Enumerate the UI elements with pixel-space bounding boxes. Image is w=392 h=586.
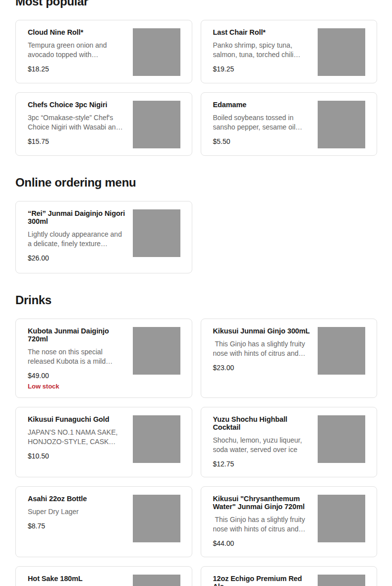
item-name: Asahi 22oz Bottle <box>28 495 125 503</box>
item-image-placeholder <box>318 327 365 375</box>
menu-item-text: Kikusui "Chrysanthemum Water" Junmai Gin… <box>213 495 311 548</box>
item-image-placeholder <box>133 209 180 257</box>
item-price: $49.00 <box>28 372 125 380</box>
section-items-grid: “Rei” Junmai Daiginjo Nigori 300ml Light… <box>15 201 377 273</box>
item-name: Cloud Nine Roll* <box>28 28 125 36</box>
menu-item-text: Kikusui Junmai Ginjo 300mL This Ginjo ha… <box>213 327 311 372</box>
menu-section: Drinks Kubota Junmai Daiginjo 720ml The … <box>15 293 377 586</box>
menu-item-card[interactable]: Cloud Nine Roll* Tempura green onion and… <box>15 20 192 83</box>
item-description: Lightly cloudy appearance and a delicate… <box>28 230 125 249</box>
menu-item-card[interactable]: Kikusui "Chrysanthemum Water" Junmai Gin… <box>201 486 378 557</box>
item-description: JAPAN'S NO.1 NAMA SAKE, HONJOZO-STYLE, C… <box>28 428 125 447</box>
section-title: Drinks <box>15 293 377 307</box>
item-image-placeholder <box>133 101 180 148</box>
item-price: $44.00 <box>213 539 311 548</box>
menu-item-text: “Rei” Junmai Daiginjo Nigori 300ml Light… <box>28 209 125 262</box>
menu-item-card[interactable]: 12oz Echigo Premium Red Ale <box>201 566 378 586</box>
menu-item-card[interactable]: Yuzu Shochu Highball Cocktail Shochu, le… <box>201 407 378 477</box>
item-description: Boiled soybeans tossed in sansho pepper,… <box>213 113 311 132</box>
item-image-placeholder <box>133 327 180 375</box>
menu-section: Most popular Cloud Nine Roll* Tempura gr… <box>15 0 377 156</box>
item-name: Yuzu Shochu Highball Cocktail <box>213 415 311 431</box>
item-name: Chefs Choice 3pc Nigiri <box>28 101 125 109</box>
item-description: Super Dry Lager <box>28 507 125 517</box>
menu-item-card[interactable]: “Rei” Junmai Daiginjo Nigori 300ml Light… <box>15 201 192 273</box>
item-description: Panko shrimp, spicy tuna, salmon, tuna, … <box>213 41 311 60</box>
item-price: $8.75 <box>28 522 125 530</box>
item-description: Tempura green onion and avocado topped w… <box>28 41 125 60</box>
item-description: The nose on this special released Kubota… <box>28 347 125 366</box>
item-name: 12oz Echigo Premium Red Ale <box>213 575 311 586</box>
menu-item-card[interactable]: Kikusui Junmai Ginjo 300mL This Ginjo ha… <box>201 319 378 398</box>
menu-item-card[interactable]: Kikusui Funaguchi Gold JAPAN'S NO.1 NAMA… <box>15 407 192 477</box>
item-image-placeholder <box>133 415 180 463</box>
menu-page: Most popular Cloud Nine Roll* Tempura gr… <box>0 0 392 586</box>
menu-item-card[interactable]: Asahi 22oz Bottle Super Dry Lager $8.75 <box>15 486 192 557</box>
item-image-placeholder <box>318 495 365 542</box>
item-name: Kikusui "Chrysanthemum Water" Junmai Gin… <box>213 495 311 511</box>
menu-item-text: Cloud Nine Roll* Tempura green onion and… <box>28 28 125 73</box>
menu-item-card[interactable]: Edamame Boiled soybeans tossed in sansho… <box>201 92 378 156</box>
item-price: $12.75 <box>213 460 311 468</box>
menu-item-card[interactable]: Chefs Choice 3pc Nigiri 3pc “Omakase-sty… <box>15 92 192 156</box>
item-image-placeholder <box>318 575 365 586</box>
section-items-grid: Cloud Nine Roll* Tempura green onion and… <box>15 20 377 156</box>
menu-item-text: Edamame Boiled soybeans tossed in sansho… <box>213 101 311 146</box>
item-price: $26.00 <box>28 254 125 262</box>
item-name: Last Chair Roll* <box>213 28 311 36</box>
item-description: 3pc “Omakase-style” Chef's Choice Nigiri… <box>28 113 125 132</box>
menu-item-text: Asahi 22oz Bottle Super Dry Lager $8.75 <box>28 495 125 530</box>
item-image-placeholder <box>318 415 365 463</box>
menu-item-text: Kubota Junmai Daiginjo 720ml The nose on… <box>28 327 125 391</box>
menu-item-text: Yuzu Shochu Highball Cocktail Shochu, le… <box>213 415 311 468</box>
item-description: This Ginjo has a slightly fruity nose wi… <box>213 339 311 358</box>
section-title: Most popular <box>15 0 377 8</box>
item-image-placeholder <box>133 28 180 76</box>
item-price: $19.25 <box>213 65 311 73</box>
menu-item-text: Chefs Choice 3pc Nigiri 3pc “Omakase-sty… <box>28 101 125 146</box>
item-image-placeholder <box>133 575 180 586</box>
menu-section: Online ordering menu “Rei” Junmai Daigin… <box>15 176 377 273</box>
menu-item-card[interactable]: Hot Sake 180mL <box>15 566 192 586</box>
item-price: $18.25 <box>28 65 125 73</box>
item-name: Kubota Junmai Daiginjo 720ml <box>28 327 125 343</box>
item-price: $5.50 <box>213 137 311 146</box>
menu-item-card[interactable]: Kubota Junmai Daiginjo 720ml The nose on… <box>15 319 192 398</box>
item-name: Edamame <box>213 101 311 109</box>
section-items-grid: Kubota Junmai Daiginjo 720ml The nose on… <box>15 319 377 586</box>
menu-item-card[interactable]: Last Chair Roll* Panko shrimp, spicy tun… <box>201 20 378 83</box>
low-stock-badge: Low stock <box>28 382 125 391</box>
menu-item-text: 12oz Echigo Premium Red Ale <box>213 575 311 586</box>
menu-item-text: Last Chair Roll* Panko shrimp, spicy tun… <box>213 28 311 73</box>
item-price: $10.50 <box>28 452 125 460</box>
item-description: Shochu, lemon, yuzu liqueur, soda water,… <box>213 436 311 455</box>
item-price: $23.00 <box>213 364 311 372</box>
item-name: Kikusui Junmai Ginjo 300mL <box>213 327 311 335</box>
item-image-placeholder <box>133 495 180 542</box>
item-name: “Rei” Junmai Daiginjo Nigori 300ml <box>28 209 125 225</box>
section-title: Online ordering menu <box>15 176 377 190</box>
item-name: Hot Sake 180mL <box>28 575 125 583</box>
item-description: This Ginjo has a slightly fruity nose wi… <box>213 515 311 534</box>
item-image-placeholder <box>318 28 365 76</box>
menu-item-text: Kikusui Funaguchi Gold JAPAN'S NO.1 NAMA… <box>28 415 125 460</box>
item-price: $15.75 <box>28 137 125 146</box>
menu-item-text: Hot Sake 180mL <box>28 575 125 583</box>
item-name: Kikusui Funaguchi Gold <box>28 415 125 423</box>
item-image-placeholder <box>318 101 365 148</box>
